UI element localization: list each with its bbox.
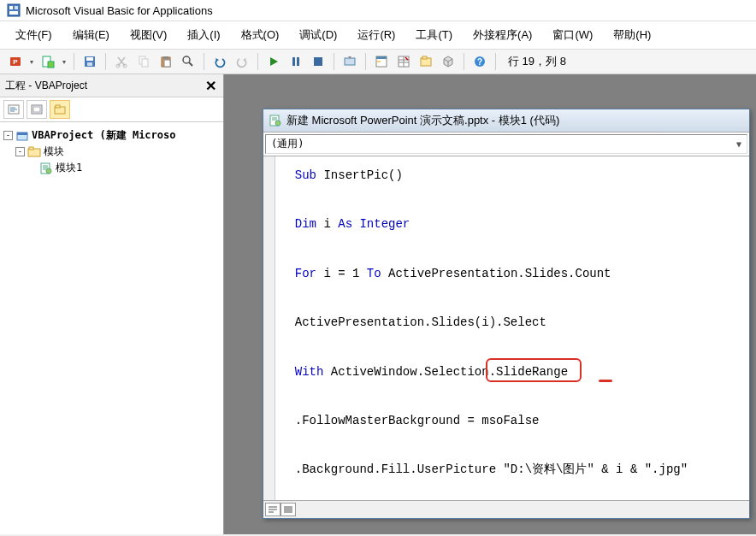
code-view-switcher xyxy=(263,500,749,518)
separator xyxy=(105,53,106,70)
menu-addins[interactable]: 外接程序(A) xyxy=(464,25,540,45)
procedure-view-icon[interactable] xyxy=(265,503,281,516)
design-mode-icon[interactable] xyxy=(340,52,360,71)
properties-icon[interactable] xyxy=(393,52,414,71)
svg-point-18 xyxy=(183,56,190,63)
separator xyxy=(204,53,204,70)
svg-rect-7 xyxy=(48,62,54,68)
cursor-position: 行 19，列 8 xyxy=(508,54,566,69)
app-icon xyxy=(7,3,21,17)
find-icon[interactable] xyxy=(178,52,198,71)
object-dropdown[interactable]: (通用)▼ xyxy=(265,134,747,154)
svg-rect-21 xyxy=(297,57,299,66)
full-module-view-icon[interactable] xyxy=(281,503,296,516)
separator xyxy=(74,53,74,70)
menu-run[interactable]: 运行(R) xyxy=(349,25,404,45)
code-editor[interactable]: Sub InsertPic() Dim i As Integer For i =… xyxy=(275,156,749,500)
menu-format[interactable]: 格式(O) xyxy=(233,25,288,45)
tree-project-root[interactable]: - VBAProject (新建 Microso xyxy=(3,127,220,144)
separator xyxy=(365,53,366,70)
undo-icon[interactable] xyxy=(210,52,230,71)
reset-icon[interactable] xyxy=(308,52,328,71)
collapse-icon[interactable]: - xyxy=(15,147,25,156)
app-title: Microsoft Visual Basic for Applications xyxy=(26,4,213,17)
svg-rect-23 xyxy=(345,58,355,65)
highlight-box xyxy=(486,358,582,382)
chevron-down-icon: ▼ xyxy=(736,139,741,149)
tree-folder-modules[interactable]: - 模块 xyxy=(3,144,220,160)
insert-module-icon[interactable] xyxy=(38,52,58,71)
svg-rect-20 xyxy=(292,57,295,66)
svg-text:P: P xyxy=(13,58,18,66)
separator xyxy=(334,53,334,70)
menu-edit[interactable]: 编辑(E) xyxy=(64,25,118,45)
panel-header: 工程 - VBAProject ✕ xyxy=(0,74,223,97)
menu-insert[interactable]: 插入(I) xyxy=(179,25,228,45)
svg-rect-2 xyxy=(15,6,18,9)
svg-rect-42 xyxy=(56,105,60,108)
svg-rect-44 xyxy=(17,133,27,135)
menu-file[interactable]: 文件(F) xyxy=(7,25,61,45)
cut-icon[interactable] xyxy=(111,52,132,71)
view-object-icon[interactable] xyxy=(27,100,47,119)
svg-rect-16 xyxy=(163,56,168,59)
dropdown-arrow-icon[interactable]: ▾ xyxy=(27,58,36,66)
svg-rect-26 xyxy=(377,61,381,62)
svg-rect-32 xyxy=(422,56,427,59)
panel-title: 工程 - VBAProject xyxy=(5,79,87,93)
object-browser-icon[interactable] xyxy=(416,52,436,71)
svg-rect-46 xyxy=(29,147,33,150)
svg-rect-22 xyxy=(314,57,322,66)
module-icon xyxy=(39,162,53,175)
paste-icon[interactable] xyxy=(156,52,176,71)
project-explorer: 工程 - VBAProject ✕ - VBAProject (新建 Micro… xyxy=(0,74,224,534)
project-explorer-icon[interactable] xyxy=(371,52,392,71)
separator xyxy=(464,53,464,70)
toolbar: P ▾ ▾ ? 行 19，列 8 xyxy=(0,50,756,74)
svg-rect-9 xyxy=(86,57,93,61)
menu-debug[interactable]: 调试(D) xyxy=(291,25,346,45)
highlight-underline xyxy=(599,380,612,382)
menu-help[interactable]: 帮助(H) xyxy=(605,25,659,45)
save-icon[interactable] xyxy=(80,52,100,71)
svg-rect-1 xyxy=(9,6,13,9)
project-tree[interactable]: - VBAProject (新建 Microso - 模块 模块1 xyxy=(0,122,223,534)
menu-view[interactable]: 视图(V) xyxy=(121,25,175,45)
svg-rect-10 xyxy=(87,62,92,66)
menu-window[interactable]: 窗口(W) xyxy=(544,25,601,45)
toggle-folders-icon[interactable] xyxy=(50,100,70,119)
project-icon xyxy=(15,129,29,143)
menubar: 文件(F) 编辑(E) 视图(V) 插入(I) 格式(O) 调试(D) 运行(R… xyxy=(0,21,756,50)
svg-point-55 xyxy=(275,121,281,126)
view-code-icon[interactable] xyxy=(3,100,24,119)
break-icon[interactable] xyxy=(286,52,306,71)
separator xyxy=(257,53,258,70)
code-window-title: 新建 Microsoft PowerPoint 演示文稿.pptx - 模块1 … xyxy=(286,113,559,128)
tree-module1[interactable]: 模块1 xyxy=(3,160,220,176)
copy-icon[interactable] xyxy=(133,52,154,71)
svg-point-51 xyxy=(46,168,51,174)
code-dropdowns: (通用)▼ xyxy=(263,133,749,156)
tree-label: 模块1 xyxy=(56,161,82,175)
module-icon xyxy=(269,114,282,127)
svg-text:?: ? xyxy=(477,57,482,67)
help-icon[interactable]: ? xyxy=(470,52,490,71)
svg-rect-3 xyxy=(9,11,18,15)
code-window: 新建 Microsoft PowerPoint 演示文稿.pptx - 模块1 … xyxy=(263,109,750,519)
folder-icon xyxy=(27,145,41,159)
close-icon[interactable]: ✕ xyxy=(203,78,218,93)
dropdown-arrow-icon[interactable]: ▾ xyxy=(60,58,68,66)
separator xyxy=(495,53,496,70)
panel-toolbar xyxy=(0,97,223,122)
run-icon[interactable] xyxy=(263,52,284,71)
code-margin xyxy=(263,156,275,500)
menu-tools[interactable]: 工具(T) xyxy=(407,25,461,45)
view-powerpoint-icon[interactable]: P xyxy=(5,52,26,71)
redo-icon[interactable] xyxy=(232,52,252,71)
tree-label: VBAProject (新建 Microso xyxy=(32,128,176,143)
svg-rect-17 xyxy=(164,60,170,67)
svg-line-19 xyxy=(189,62,192,66)
collapse-icon[interactable]: - xyxy=(3,131,13,140)
code-window-titlebar[interactable]: 新建 Microsoft PowerPoint 演示文稿.pptx - 模块1 … xyxy=(263,109,749,133)
toolbox-icon[interactable] xyxy=(438,52,458,71)
